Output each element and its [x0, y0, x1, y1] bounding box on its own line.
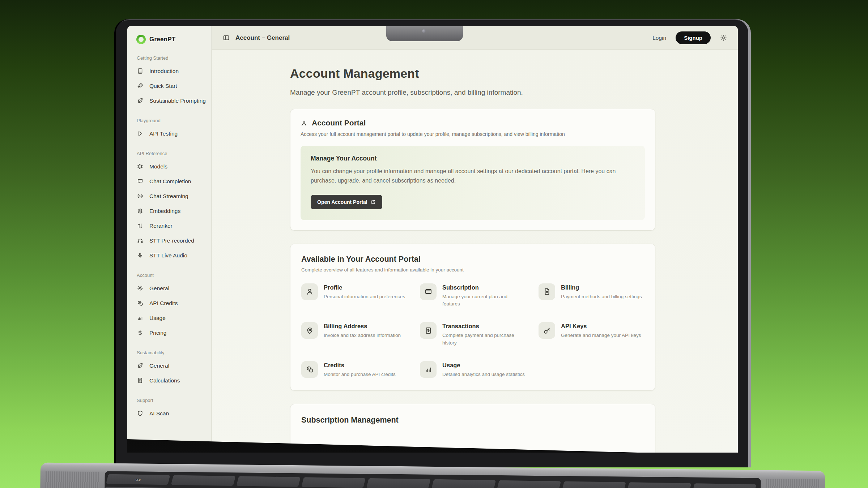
user-icon	[301, 283, 318, 300]
sidebar-toggle-icon[interactable]	[223, 34, 230, 41]
key-icon	[539, 322, 555, 339]
main-content: Account Management Manage your GreenPT a…	[212, 50, 738, 453]
sidebar-item-pricing[interactable]: Pricing	[127, 325, 211, 340]
sidebar-item-general[interactable]: General	[127, 358, 211, 373]
sidebar-item-stt-live-audio[interactable]: STT Live Audio	[127, 248, 211, 263]
feature-title: Profile	[324, 284, 405, 291]
sidebar-item-label: Chat Streaming	[149, 193, 188, 200]
sidebar-item-reranker[interactable]: Reranker	[127, 218, 211, 233]
theme-toggle-sun-icon[interactable]	[720, 34, 727, 41]
feature-description: Generate and manage your API keys	[561, 332, 641, 339]
sidebar-item-label: Calculations	[149, 377, 180, 384]
sidebar: GreenPT Getting StartedIntroductionQuick…	[127, 26, 212, 453]
sidebar-section-label: Account	[127, 273, 211, 278]
sidebar-item-general[interactable]: General	[127, 281, 211, 296]
webcam-icon	[422, 29, 426, 33]
greenpt-logo-icon	[136, 35, 146, 44]
sidebar-item-stt-pre-recorded[interactable]: STT Pre-recorded	[127, 233, 211, 248]
keyboard-key	[171, 475, 235, 486]
sidebar-section-label: Support	[127, 398, 211, 403]
feature-billing: BillingPayment methods and billing setti…	[539, 283, 644, 308]
speaker-grille-right	[766, 479, 820, 488]
topbar-right: Login Signup	[652, 31, 727, 44]
sidebar-item-api-credits[interactable]: API Credits	[127, 296, 211, 311]
feature-api-keys: API KeysGenerate and manage your API key…	[539, 322, 644, 347]
keyboard-key	[431, 479, 496, 488]
topbar-left: Account – General	[223, 34, 290, 42]
sidebar-item-api-testing[interactable]: API Testing	[127, 126, 211, 141]
headphones-icon	[137, 237, 143, 244]
rocket-icon	[137, 83, 143, 89]
keyboard-well: esc123456tabQWE	[105, 471, 761, 488]
sidebar-item-introduction[interactable]: Introduction	[127, 64, 211, 78]
feature-title: Billing Address	[324, 323, 401, 330]
feature-description: Personal information and preferences	[324, 293, 405, 300]
feature-profile: ProfilePersonal information and preferen…	[301, 283, 407, 308]
feature-credits: CreditsMonitor and purchase API credits	[301, 361, 407, 378]
sidebar-item-label: Chat Completion	[149, 178, 191, 185]
open-account-portal-button[interactable]: Open Account Portal	[311, 195, 382, 209]
feature-billing-address: Billing AddressInvoice and tax address i…	[301, 322, 407, 347]
sidebar-item-label: Introduction	[149, 68, 179, 74]
sidebar-item-ai-scan[interactable]: AI Scan	[127, 406, 211, 421]
subscription-management-title: Subscription Management	[301, 416, 644, 425]
speaker-grille-left	[45, 471, 100, 488]
sidebar-item-usage[interactable]: Usage	[127, 311, 211, 325]
sidebar-item-embeddings[interactable]: Embeddings	[127, 204, 211, 218]
features-card-subtitle: Complete overview of all features and in…	[301, 267, 644, 273]
receipt-icon	[420, 322, 437, 339]
login-link[interactable]: Login	[652, 35, 666, 41]
keyboard-keys: esc123456tabQWE	[100, 474, 757, 488]
feature-description: Payment methods and billing settings	[561, 293, 642, 300]
calculator-icon	[137, 377, 143, 384]
sidebar-item-calculations[interactable]: Calculations	[127, 373, 211, 388]
feature-usage: UsageDetailed analytics and usage statis…	[420, 361, 526, 378]
brand-logo-row[interactable]: GreenPT	[127, 33, 211, 46]
laptop-frame: GreenPT Getting StartedIntroductionQuick…	[114, 19, 751, 467]
keyboard-key	[692, 483, 757, 488]
shield-icon	[137, 410, 143, 416]
feature-title: Subscription	[442, 284, 526, 291]
feature-transactions: TransactionsComplete payment and purchas…	[420, 322, 526, 347]
keyboard-key	[236, 476, 301, 487]
feature-title: Transactions	[442, 323, 526, 330]
dollar-icon	[137, 330, 143, 336]
sidebar-item-chat-streaming[interactable]: Chat Streaming	[127, 189, 211, 204]
feature-title: Usage	[442, 362, 525, 369]
gear-icon	[137, 285, 143, 291]
sidebar-item-chat-completion[interactable]: Chat Completion	[127, 174, 211, 189]
features-grid: ProfilePersonal information and preferen…	[301, 283, 644, 378]
sidebar-section-sustainability: SustainabilityGeneralCalculations	[127, 350, 211, 388]
bar-chart-icon	[137, 315, 143, 321]
sidebar-item-sustainable-prompting[interactable]: Sustainable Prompting	[127, 93, 211, 108]
sidebar-item-label: Sustainable Prompting	[149, 98, 206, 104]
feature-description: Monitor and purchase API credits	[324, 371, 396, 378]
leaf-icon	[137, 363, 143, 369]
sidebar-item-quick-start[interactable]: Quick Start	[127, 78, 211, 93]
sidebar-item-models[interactable]: Models	[127, 159, 211, 174]
camera-notch	[386, 26, 463, 41]
account-portal-description: Access your full account management port…	[301, 131, 645, 137]
account-portal-card: Account Portal Access your full account …	[290, 109, 655, 231]
signup-button[interactable]: Signup	[676, 31, 711, 44]
feature-description: Detailed analytics and usage statistics	[442, 371, 525, 378]
feature-title: Billing	[561, 284, 642, 291]
feature-title: Credits	[324, 362, 396, 369]
sidebar-item-label: Usage	[149, 315, 166, 321]
feature-subscription: SubscriptionManage your current plan and…	[420, 283, 526, 308]
mic-icon	[137, 252, 143, 258]
sidebar-item-label: STT Live Audio	[149, 252, 187, 259]
document-icon	[539, 283, 555, 300]
book-icon	[137, 68, 143, 74]
manage-account-body: You can change your profile information …	[311, 167, 635, 186]
chip-icon	[137, 163, 143, 170]
user-icon	[301, 120, 307, 127]
feature-title: API Keys	[561, 323, 641, 330]
layers-icon	[137, 208, 143, 214]
brand-name: GreenPT	[149, 36, 175, 43]
keyboard-key	[562, 481, 626, 488]
sidebar-section-playground: PlaygroundAPI Testing	[127, 118, 211, 141]
page-breadcrumb-title: Account – General	[235, 34, 290, 42]
credit-card-icon	[420, 283, 437, 300]
page-title: Account Management	[290, 67, 738, 81]
